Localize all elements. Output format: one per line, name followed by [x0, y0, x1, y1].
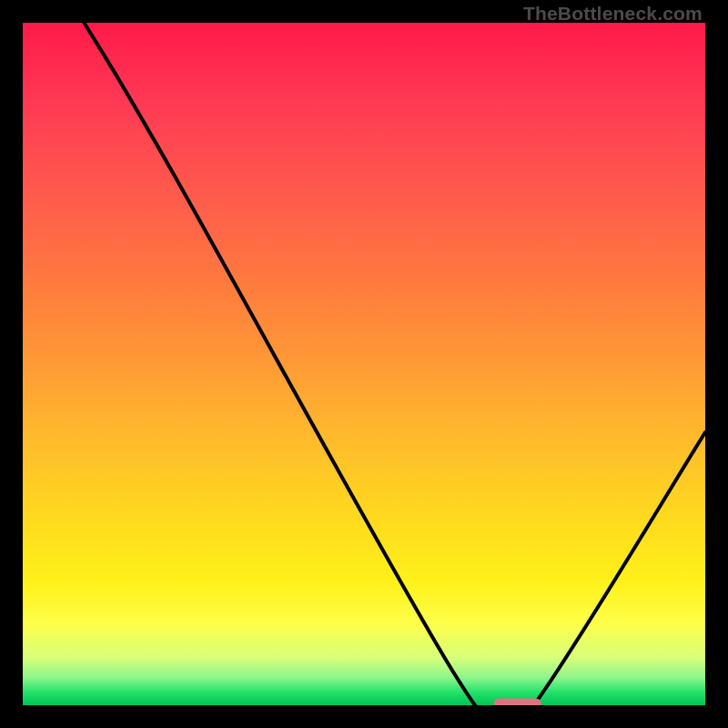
credit-label: TheBottleneck.com — [523, 3, 703, 25]
chart-frame: TheBottleneck.com — [0, 0, 728, 728]
bottleneck-curve — [85, 23, 706, 705]
optimal-marker — [494, 699, 542, 706]
plot-area — [23, 23, 705, 705]
curve-layer — [23, 23, 705, 705]
